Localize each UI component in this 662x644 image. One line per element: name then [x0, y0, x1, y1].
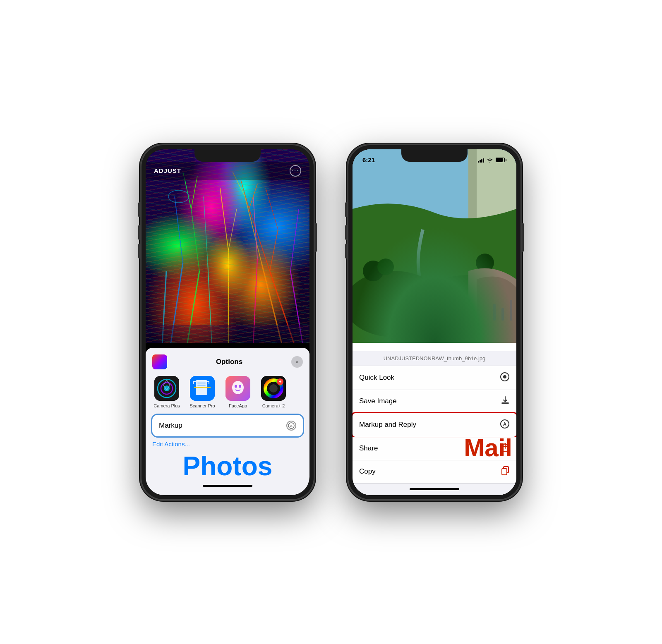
context-menu: UNADJUSTEDNONRAW_thumb_9b1e.jpg Quick Lo… — [353, 351, 516, 495]
svg-line-0 — [270, 271, 295, 343]
svg-line-21 — [162, 271, 166, 343]
svg-rect-34 — [197, 383, 206, 383]
svg-line-15 — [290, 271, 303, 343]
svg-point-50 — [353, 271, 444, 337]
svg-line-2 — [270, 230, 278, 271]
app-label-faceapp: FaceApp — [229, 403, 247, 408]
svg-line-1 — [249, 209, 270, 271]
status-icons — [478, 158, 506, 163]
svg-line-20 — [253, 196, 257, 259]
svg-point-52 — [363, 261, 384, 281]
app-label-scanner-pro: Scanner Pro — [189, 403, 215, 408]
svg-line-16 — [290, 209, 299, 271]
svg-line-25 — [191, 176, 197, 209]
svg-line-24 — [185, 180, 191, 209]
markup-highlight-oval — [151, 414, 304, 438]
app-row: Camera Plus — [152, 376, 303, 408]
cameraplus2-icon: + — [261, 376, 286, 401]
svg-line-9 — [228, 209, 237, 250]
svg-rect-56 — [501, 308, 504, 321]
quicklook-icon — [500, 372, 510, 384]
svg-line-23 — [249, 184, 257, 209]
edit-actions-link[interactable]: Edit Actions... — [152, 441, 303, 448]
scanner-pro-icon — [190, 376, 215, 401]
svg-rect-60 — [501, 402, 509, 404]
landscape-svg — [353, 149, 516, 343]
app-item-scanner-pro[interactable]: Scanner Pro — [188, 376, 217, 408]
svg-rect-55 — [493, 304, 496, 321]
signal-icon — [478, 158, 484, 163]
svg-point-53 — [377, 259, 394, 275]
svg-point-40 — [235, 385, 237, 388]
svg-point-41 — [239, 385, 241, 388]
svg-line-19 — [253, 259, 257, 343]
menu-item-copy[interactable]: Copy — [353, 460, 516, 484]
svg-text:+: + — [278, 379, 281, 385]
top-bar-1: ADJUST ··· — [146, 162, 309, 180]
svg-point-26 — [168, 190, 189, 203]
svg-point-59 — [503, 375, 506, 378]
svg-line-17 — [208, 263, 212, 343]
app-item-faceapp[interactable]: FaceApp — [223, 376, 252, 408]
screen-content-1: ADJUST ··· — [146, 149, 309, 495]
svg-line-10 — [187, 271, 199, 343]
saveimage-icon — [501, 396, 510, 407]
filename-text: UNADJUSTEDNONRAW_thumb_9b1e.jpg — [384, 355, 486, 362]
close-button[interactable]: × — [291, 356, 303, 368]
menu-item-quicklook[interactable]: Quick Look — [353, 366, 516, 390]
svg-line-13 — [170, 263, 183, 343]
share-app-icon — [152, 354, 167, 369]
status-bar: 6:21 — [353, 149, 516, 168]
filename-row: UNADJUSTEDNONRAW_thumb_9b1e.jpg — [353, 351, 516, 366]
phone-2-screen: 6:21 — [353, 149, 516, 495]
app-item-cameraplus2[interactable]: + Camera+ 2 — [259, 376, 288, 408]
home-indicator-2 — [410, 488, 459, 490]
wifi-icon — [487, 158, 493, 163]
svg-point-51 — [410, 275, 516, 343]
svg-line-18 — [204, 196, 208, 263]
app-item-camera-plus[interactable]: Camera Plus — [152, 376, 181, 408]
options-title: Options — [216, 358, 242, 366]
svg-point-54 — [476, 254, 494, 272]
saveimage-label: Save Image — [359, 397, 397, 405]
mail-app-label: Mail — [464, 433, 512, 462]
notch-1 — [194, 149, 261, 162]
landscape-photo — [353, 149, 516, 343]
svg-rect-35 — [197, 385, 206, 385]
app-label-cameraplus2: Camera+ 2 — [262, 403, 285, 408]
markup-row[interactable]: Markup A — [152, 415, 303, 436]
quicklook-label: Quick Look — [359, 373, 394, 382]
svg-rect-65 — [502, 469, 507, 475]
status-time: 6:21 — [362, 156, 375, 163]
svg-line-14 — [175, 196, 183, 263]
phone-1: ADJUST ··· — [141, 144, 314, 500]
copy-label: Copy — [359, 467, 376, 476]
phone-2: 6:21 — [348, 144, 521, 500]
svg-rect-27 — [146, 325, 309, 343]
svg-line-4 — [261, 263, 282, 343]
svg-rect-57 — [510, 300, 512, 321]
photos-app-label: Photos — [152, 451, 303, 481]
more-options-button[interactable]: ··· — [290, 165, 301, 177]
svg-point-39 — [232, 381, 244, 394]
copy-icon — [501, 466, 510, 477]
svg-line-22 — [241, 180, 249, 209]
share-label: Share — [359, 444, 378, 452]
share-header: Options × — [152, 354, 303, 369]
menu-item-saveimage[interactable]: Save Image — [353, 390, 516, 413]
app-label-camera-plus: Camera Plus — [154, 403, 180, 408]
landscape-bg — [353, 149, 516, 343]
svg-line-5 — [245, 196, 261, 263]
screen-content-2: 6:21 — [353, 149, 516, 495]
share-sheet: Options × — [146, 348, 309, 495]
home-indicator-1 — [203, 485, 252, 487]
svg-line-11 — [191, 209, 199, 271]
battery-icon — [496, 158, 506, 162]
camera-plus-icon — [154, 376, 179, 401]
svg-line-3 — [266, 188, 278, 230]
svg-line-8 — [220, 188, 228, 250]
svg-point-44 — [269, 384, 278, 393]
adjust-title: ADJUST — [154, 167, 181, 174]
faceapp-icon — [225, 376, 250, 401]
phone-1-screen: ADJUST ··· — [146, 149, 309, 495]
